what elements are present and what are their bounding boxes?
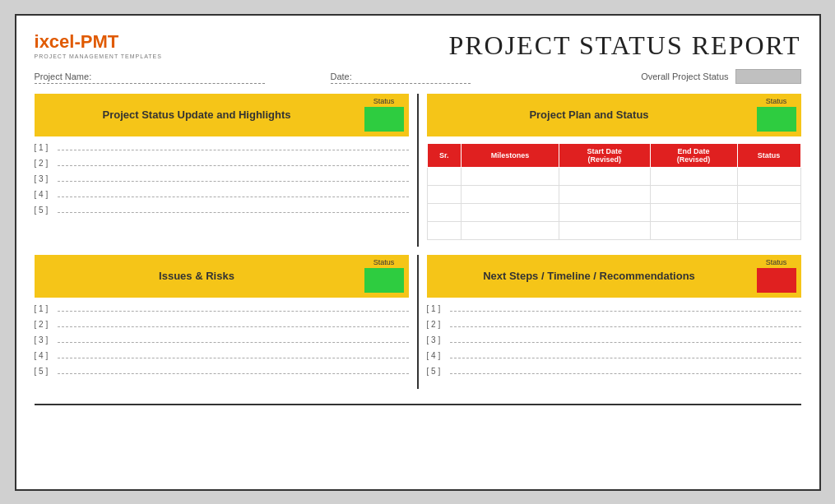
list-item: [ 4 ] [427, 351, 801, 360]
list-item: [ 1 ] [35, 143, 409, 152]
logo-title: ixcel-PMT [35, 31, 162, 53]
cell-start [559, 167, 650, 185]
list-item: [ 3 ] [35, 335, 409, 344]
cell-sr [427, 167, 461, 185]
project-line [35, 83, 265, 84]
table-row [427, 167, 800, 185]
bottom-sections: Issues & Risks Status [ 1 ] [ 2 ] [ 3 ] [35, 255, 801, 389]
list-line-3 [58, 342, 409, 343]
overall-status-box [735, 69, 801, 84]
section4-title: Next Steps / Timeline / Recommendations [427, 255, 752, 298]
col-left-bottom: Issues & Risks Status [ 1 ] [ 2 ] [ 3 ] [35, 255, 419, 389]
list-index-2: [ 2 ] [35, 320, 58, 329]
cell-start [559, 185, 650, 203]
list-index-5: [ 5 ] [427, 367, 450, 376]
list-line-2 [58, 326, 409, 327]
date-line [331, 83, 471, 84]
list-index-5: [ 5 ] [35, 367, 58, 376]
section2-status-indicator [757, 107, 796, 132]
cell-end [650, 185, 737, 203]
list-index-1: [ 1 ] [35, 304, 58, 313]
list-line-1 [450, 311, 801, 312]
list-line-2 [58, 165, 409, 166]
meta-row: Project Name: Date: Overall Project Stat… [35, 69, 801, 84]
bottom-divider [35, 404, 801, 405]
list-item: [ 5 ] [35, 206, 409, 215]
section2-header: Project Plan and Status Status [427, 94, 801, 136]
logo-subtitle: PROJECT MANAGEMENT TEMPLATES [35, 53, 162, 59]
list-item: [ 5 ] [427, 367, 801, 376]
section4-header: Next Steps / Timeline / Recommendations … [427, 255, 801, 298]
top-sections: Project Status Update and Highlights Sta… [35, 94, 801, 247]
section4-status-label: Status [766, 258, 787, 266]
milestones-table: Sr. Milestones Start Date(Revised) End D… [427, 143, 801, 240]
col-sr: Sr. [427, 143, 461, 167]
cell-start [559, 221, 650, 239]
list-index-2: [ 2 ] [427, 320, 450, 329]
section3-header: Issues & Risks Status [35, 255, 409, 298]
list-index-4: [ 4 ] [35, 190, 58, 199]
list-item: [ 2 ] [427, 320, 801, 329]
section4-status-area: Status [752, 255, 801, 298]
col-status: Status [737, 143, 800, 167]
list-item: [ 2 ] [35, 320, 409, 329]
section3-list: [ 1 ] [ 2 ] [ 3 ] [ 4 ] [ 5 ] [35, 304, 409, 376]
cell-end [650, 221, 737, 239]
list-item: [ 5 ] [35, 367, 409, 376]
list-index-3: [ 3 ] [427, 335, 450, 344]
cell-status [737, 221, 800, 239]
cell-sr [427, 185, 461, 203]
cell-sr [427, 221, 461, 239]
list-line-1 [58, 311, 409, 312]
list-line-4 [450, 358, 801, 358]
meta-date: Date: [331, 72, 471, 84]
table-row [427, 185, 800, 203]
section3-status-area: Status [360, 255, 409, 298]
list-line-3 [450, 342, 801, 343]
cell-end [650, 203, 737, 221]
section3-status-label: Status [373, 258, 395, 266]
list-index-4: [ 4 ] [427, 351, 450, 360]
section2-status-label: Status [766, 97, 787, 105]
logo-pmt: PMT [81, 31, 118, 52]
list-index-1: [ 1 ] [427, 304, 450, 313]
header: ixcel-PMT PROJECT MANAGEMENT TEMPLATES P… [35, 30, 801, 61]
cell-milestone [461, 185, 559, 203]
list-item: [ 2 ] [35, 159, 409, 168]
list-index-5: [ 5 ] [35, 206, 58, 215]
section4-status-indicator [757, 268, 796, 293]
cell-milestone [461, 167, 559, 185]
cell-status [737, 203, 800, 221]
list-item: [ 4 ] [35, 351, 409, 360]
section1-status-area: Status [360, 94, 409, 136]
date-label: Date: [331, 72, 471, 81]
project-label: Project Name: [35, 72, 265, 81]
list-line-4 [58, 197, 409, 197]
cell-milestone [461, 203, 559, 221]
list-index-1: [ 1 ] [35, 143, 58, 152]
list-line-5 [58, 212, 409, 213]
page: ixcel-PMT PROJECT MANAGEMENT TEMPLATES P… [15, 14, 821, 491]
logo-xcel: xcel [39, 31, 75, 52]
section4-list: [ 1 ] [ 2 ] [ 3 ] [ 4 ] [ 5 ] [427, 304, 801, 376]
list-line-1 [58, 150, 409, 150]
section2-status-area: Status [752, 94, 801, 136]
cell-sr [427, 203, 461, 221]
meta-project: Project Name: [35, 72, 265, 84]
list-index-3: [ 3 ] [35, 335, 58, 344]
section1-title: Project Status Update and Highlights [35, 94, 360, 136]
section1-header: Project Status Update and Highlights Sta… [35, 94, 409, 136]
col-start-date: Start Date(Revised) [559, 143, 650, 167]
list-line-2 [450, 326, 801, 327]
list-item: [ 1 ] [427, 304, 801, 313]
col-milestones: Milestones [461, 143, 559, 167]
col-right-top: Project Plan and Status Status Sr. Miles… [419, 94, 801, 247]
list-index-3: [ 3 ] [35, 174, 58, 183]
list-line-5 [450, 373, 801, 374]
col-left-top: Project Status Update and Highlights Sta… [35, 94, 419, 247]
logo-dash: - [74, 31, 80, 52]
cell-milestone [461, 221, 559, 239]
section1-status-label: Status [373, 97, 395, 105]
section2-title: Project Plan and Status [427, 94, 752, 136]
table-row [427, 221, 800, 239]
